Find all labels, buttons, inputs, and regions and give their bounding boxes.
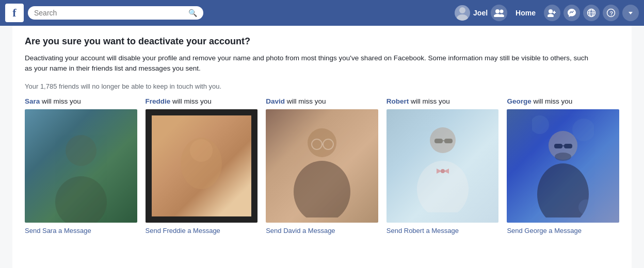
avatar	[455, 5, 470, 21]
svg-rect-38	[564, 144, 572, 148]
svg-point-41	[532, 115, 549, 134]
sara-photo	[25, 109, 137, 223]
svg-point-18	[66, 135, 96, 166]
sara-name-link[interactable]: Sara	[25, 97, 40, 105]
david-send-message[interactable]: Send David a Message	[266, 227, 378, 234]
robert-send-message[interactable]: Send Robert a Message	[387, 227, 499, 234]
david-miss-text: David will miss you	[266, 97, 378, 105]
freddie-send-message[interactable]: Send Freddie a Message	[146, 227, 258, 234]
svg-rect-37	[554, 144, 562, 148]
george-photo	[507, 109, 619, 223]
home-label[interactable]: Home	[516, 9, 536, 17]
sara-send-message[interactable]: Send Sara a Message	[25, 227, 137, 234]
svg-point-21	[190, 139, 213, 162]
dropdown-icon[interactable]	[622, 5, 639, 21]
deactivate-description: Deactivating your account will disable y…	[25, 53, 592, 74]
svg-point-40	[555, 153, 571, 161]
navbar: f 🔍 Joel Home	[0, 0, 644, 26]
messenger-icon[interactable]	[564, 5, 580, 21]
svg-point-6	[549, 9, 553, 13]
svg-point-0	[459, 7, 465, 13]
nav-right: Joel Home	[455, 5, 639, 21]
svg-point-43	[578, 199, 594, 215]
friends-grid: Sara will miss you Send Sara a Message F…	[25, 97, 619, 234]
friends-icon-btn[interactable]	[491, 5, 507, 21]
freddie-photo	[146, 109, 258, 223]
svg-point-28	[417, 161, 469, 212]
page-title: Are you sure you want to deactivate your…	[25, 36, 619, 47]
search-input[interactable]	[34, 9, 184, 17]
svg-point-34	[441, 169, 445, 173]
svg-rect-29	[434, 139, 443, 143]
friends-count: Your 1,785 friends will no longer be abl…	[25, 82, 619, 90]
friend-card-george: George will miss you Se	[507, 97, 619, 234]
nav-username: Joel	[473, 9, 488, 17]
svg-point-19	[55, 176, 107, 223]
svg-point-2	[495, 9, 500, 13]
david-name-link[interactable]: David	[266, 97, 285, 105]
search-bar: 🔍	[28, 6, 203, 20]
svg-point-23	[294, 161, 350, 217]
svg-point-1	[457, 14, 468, 21]
friend-card-sara: Sara will miss you Send Sara a Message	[25, 97, 137, 234]
search-icon: 🔍	[188, 9, 197, 17]
svg-point-4	[500, 10, 504, 13]
george-name-link[interactable]: George	[507, 97, 531, 105]
david-photo	[266, 109, 378, 223]
nav-user[interactable]: Joel	[455, 5, 488, 21]
svg-marker-17	[629, 12, 633, 14]
robert-photo	[387, 109, 499, 223]
svg-point-42	[572, 119, 594, 141]
sara-miss-text: Sara will miss you	[25, 97, 137, 105]
friend-card-freddie: Freddie will miss you Send Freddie a Mes…	[146, 97, 258, 234]
globe-icon[interactable]	[583, 5, 600, 21]
svg-text:?: ?	[610, 10, 614, 16]
svg-point-7	[548, 14, 554, 17]
freddie-name-link[interactable]: Freddie	[146, 97, 171, 105]
friend-card-david: David will miss you Send David a Message	[266, 97, 378, 234]
robert-name-link[interactable]: Robert	[387, 97, 409, 105]
friend-requests-icon[interactable]	[544, 5, 560, 21]
friend-card-robert: Robert will miss you Send Robert a Messa…	[387, 97, 499, 234]
main-content: Are you sure you want to deactivate your…	[12, 26, 632, 268]
svg-rect-30	[444, 139, 453, 143]
facebook-logo[interactable]: f	[5, 4, 24, 22]
george-miss-text: George will miss you	[507, 97, 619, 105]
george-send-message[interactable]: Send George a Message	[507, 227, 619, 234]
robert-miss-text: Robert will miss you	[387, 97, 499, 105]
help-icon[interactable]: ?	[603, 5, 619, 21]
freddie-miss-text: Freddie will miss you	[146, 97, 258, 105]
